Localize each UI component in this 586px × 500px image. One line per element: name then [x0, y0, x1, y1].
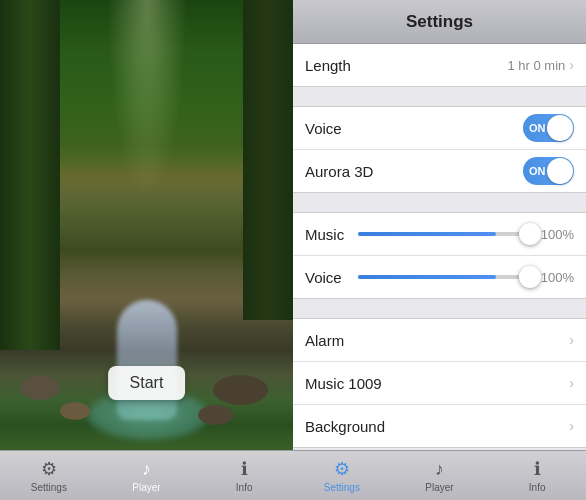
left-tab-player-label: Player	[132, 482, 160, 493]
music-slider-row[interactable]: Music 100%	[293, 212, 586, 256]
voice-slider-value: 100%	[539, 270, 574, 285]
right-tab-settings-label: Settings	[324, 482, 360, 493]
left-tab-player[interactable]: ♪ Player	[116, 459, 176, 493]
length-chevron: ›	[569, 57, 574, 73]
length-row[interactable]: Length 1 hr 0 min ›	[293, 44, 586, 87]
voice-slider-fill	[358, 275, 496, 279]
length-label: Length	[305, 57, 351, 74]
music-slider-value: 100%	[539, 227, 574, 242]
background-row[interactable]: Background ›	[293, 404, 586, 448]
settings-title: Settings	[406, 12, 473, 32]
rock-3	[60, 402, 90, 420]
aurora-toggle-text: ON	[529, 165, 546, 177]
alarm-row[interactable]: Alarm ›	[293, 318, 586, 362]
spacer-2	[293, 193, 586, 213]
voice-toggle-text: ON	[529, 122, 546, 134]
right-tab-player-label: Player	[425, 482, 453, 493]
left-tab-info[interactable]: ℹ Info	[214, 458, 274, 493]
music1009-label: Music 1009	[305, 375, 382, 392]
voice-toggle[interactable]: ON	[523, 114, 574, 142]
aurora-toggle-knob	[547, 158, 573, 184]
voice-slider-label: Voice	[305, 269, 350, 286]
background-label: Background	[305, 418, 385, 435]
right-tab-player[interactable]: ♪ Player	[409, 459, 469, 493]
right-tab-info-label: Info	[529, 482, 546, 493]
music1009-row[interactable]: Music 1009 ›	[293, 361, 586, 405]
rock-2	[213, 375, 268, 405]
voice-label: Voice	[305, 120, 342, 137]
rock-4	[198, 405, 233, 425]
alarm-label: Alarm	[305, 332, 344, 349]
spacer-3	[293, 299, 586, 319]
right-player-icon: ♪	[435, 459, 444, 480]
left-tab-bar: ⚙ Settings ♪ Player ℹ Info	[0, 450, 293, 500]
voice-slider-row[interactable]: Voice 100%	[293, 255, 586, 299]
settings-header: Settings	[293, 0, 586, 44]
settings-icon: ⚙	[41, 458, 57, 480]
music-slider-track[interactable]	[358, 232, 531, 236]
right-tab-settings[interactable]: ⚙ Settings	[312, 458, 372, 493]
music1009-chevron: ›	[569, 375, 574, 391]
left-tab-settings[interactable]: ⚙ Settings	[19, 458, 79, 493]
right-settings-icon: ⚙	[334, 458, 350, 480]
settings-content: Length 1 hr 0 min › Voice ON Aurora 3D O…	[293, 44, 586, 450]
aurora-toggle[interactable]: ON	[523, 157, 574, 185]
left-tab-info-label: Info	[236, 482, 253, 493]
music-slider-label: Music	[305, 226, 350, 243]
right-info-icon: ℹ	[534, 458, 541, 480]
info-icon: ℹ	[241, 458, 248, 480]
tree-right	[243, 0, 293, 320]
left-tab-settings-label: Settings	[31, 482, 67, 493]
background-chevron: ›	[569, 418, 574, 434]
voice-toggle-knob	[547, 115, 573, 141]
rock-1	[20, 375, 60, 400]
alarm-chevron: ›	[569, 332, 574, 348]
voice-slider-track[interactable]	[358, 275, 531, 279]
right-panel: Settings Length 1 hr 0 min › Voice ON Au…	[293, 0, 586, 500]
left-panel: Start ⚙ Settings ♪ Player ℹ Info	[0, 0, 293, 500]
music-slider-thumb[interactable]	[519, 223, 541, 245]
voice-row[interactable]: Voice ON	[293, 106, 586, 150]
player-icon: ♪	[142, 459, 151, 480]
length-value: 1 hr 0 min ›	[508, 57, 574, 73]
aurora-row[interactable]: Aurora 3D ON	[293, 149, 586, 193]
music-slider-fill	[358, 232, 496, 236]
sunlight-overlay	[107, 0, 187, 200]
spacer-1	[293, 87, 586, 107]
right-tab-info[interactable]: ℹ Info	[507, 458, 567, 493]
start-button[interactable]: Start	[108, 366, 186, 400]
voice-slider-thumb[interactable]	[519, 266, 541, 288]
tree-left	[0, 0, 60, 350]
aurora-label: Aurora 3D	[305, 163, 373, 180]
right-tab-bar: ⚙ Settings ♪ Player ℹ Info	[293, 450, 586, 500]
